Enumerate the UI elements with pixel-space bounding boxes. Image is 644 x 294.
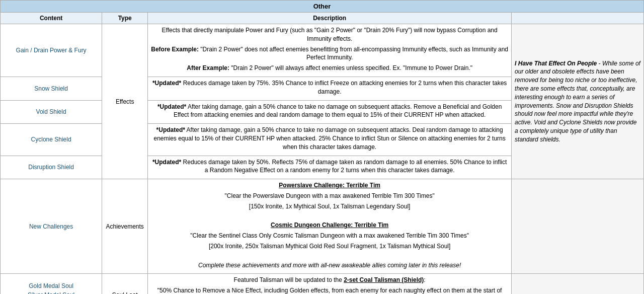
table-row: Gold Medal Soul Silver Medal Soul Bronze… [1,274,644,294]
type-cell: Effects [102,24,148,179]
desc-cell: *Updated* Reduces damage taken by 75%. 3… [148,77,512,100]
col-header-description: Description [148,13,512,24]
type-cell: Soul Loot [102,274,148,294]
content-cell: New Challenges [1,179,102,274]
col-header-sidebar [512,13,644,24]
col-header-type: Type [102,13,148,24]
col-header-content: Content [1,13,102,24]
content-cell: Disruption Shield [1,156,102,179]
sidebar-empty-cell [512,179,644,274]
sidebar-empty-cell [512,274,644,294]
column-headers: Content Type Description [1,13,644,24]
desc-cell: Powerslave Challenge: Terrible Tim "Clea… [148,179,512,274]
desc-cell: *Updated* After taking damage, gain a 50… [148,100,512,124]
content-cell: Gain / Drain Power & Fury [1,24,102,77]
desc-cell: *Updated* Reduces damage taken by 50%. R… [148,156,512,179]
desc-cell: Effects that directly manipulate Power a… [148,24,512,77]
table-row: Gain / Drain Power & Fury Effects Effect… [1,24,644,77]
content-cell: Snow Shield [1,77,102,100]
main-table: Other Content Type Description Gain / Dr… [0,0,644,294]
type-cell: Achievements [102,179,148,274]
desc-cell: *Updated* After taking damage, gain a 50… [148,124,512,156]
desc-cell: Featured Talisman will be updated to the… [148,274,512,294]
content-cell: Void Shield [1,100,102,124]
table-row: New Challenges Achievements Powerslave C… [1,179,644,274]
content-cell: Cyclone Shield [1,124,102,156]
sidebar-cell: I Have That Effect On People - While som… [512,24,644,179]
header-row: Other [1,1,644,13]
table-title: Other [1,1,644,13]
content-cell: Gold Medal Soul Silver Medal Soul Bronze… [1,274,102,294]
